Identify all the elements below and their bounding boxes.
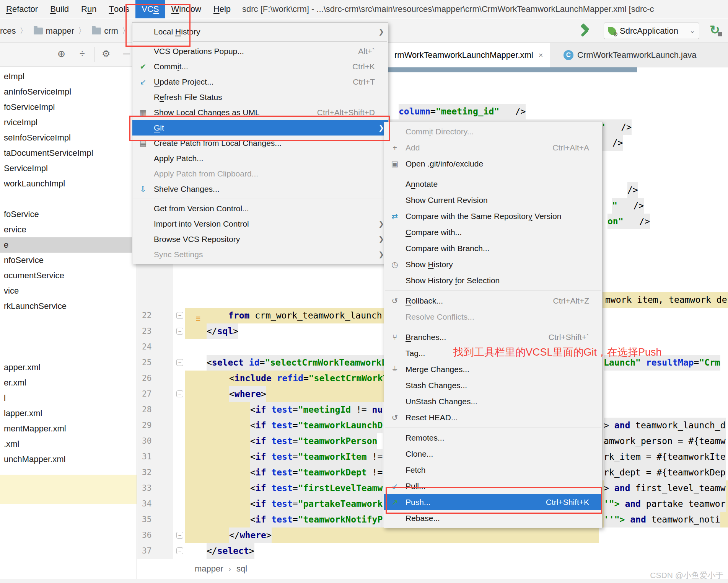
annotation-box-git: [129, 116, 390, 141]
annotation-box-push: [386, 487, 602, 514]
fold-marker[interactable]: −: [176, 328, 183, 335]
tree-item[interactable]: lapper.xml: [0, 406, 137, 421]
tree-item[interactable]: mentMapper.xml: [0, 421, 137, 436]
close-icon[interactable]: ×: [539, 51, 543, 60]
menu-item-branches[interactable]: ⑂Branches...Ctrl+Shift+`: [384, 329, 602, 345]
fold-marker[interactable]: −: [176, 547, 183, 554]
tree-item[interactable]: er.xml: [0, 375, 137, 390]
tree-item[interactable]: ervice: [0, 222, 137, 237]
menu-item-add: +AddCtrl+Alt+A: [384, 140, 602, 156]
tree-item[interactable]: foService: [0, 207, 137, 222]
submenu-arrow-icon: ❯: [378, 220, 384, 228]
tree-item[interactable]: ocumentService: [0, 268, 137, 283]
rollback-icon: ↺: [389, 296, 401, 305]
menubar-item-build[interactable]: Build: [44, 0, 75, 18]
ide-window: RefactorBuildRunToolsVCSWindowHelpsdrc […: [0, 0, 728, 583]
shortcut-label: Ctrl+K: [329, 62, 375, 71]
breadcrumb-mapper[interactable]: mapper: [195, 564, 223, 574]
editor-tab[interactable]: rmWorkTeamworkLaunchMapper.xml×: [388, 43, 550, 67]
tree-item[interactable]: eImpl: [0, 69, 137, 84]
tree-item[interactable]: ServiceImpl: [0, 161, 137, 176]
tree-highlight-block: [0, 475, 137, 504]
menu-item-reset-head[interactable]: ↺Reset HEAD...: [384, 410, 602, 426]
menu-item-fetch[interactable]: Fetch: [384, 462, 602, 478]
breadcrumb-sql[interactable]: sql: [236, 564, 247, 574]
shortcut-label: Ctrl+Alt+Z: [530, 296, 589, 305]
tree-item[interactable]: foServiceImpl: [0, 100, 137, 115]
rollback-icon: ↺: [389, 413, 401, 422]
menu-item-apply-patch[interactable]: Apply Patch...: [132, 151, 388, 166]
menu-item-get-from-version-control[interactable]: Get from Version Control...: [132, 201, 388, 216]
annotation-text: 找到工具栏里的VCSL里面的Git，在选择Push: [453, 345, 662, 359]
tree-item[interactable]: taDocumentServiceImpl: [0, 145, 137, 161]
branch-icon: ⑂: [389, 333, 401, 342]
menu-item-compare-with-branch[interactable]: Compare with Branch...: [384, 240, 602, 256]
shortcut-label: Ctrl+T: [330, 77, 375, 87]
breadcrumb-item[interactable]: mapper〉: [34, 26, 90, 36]
tree-item[interactable]: nfoService: [0, 253, 137, 268]
folder-icon: [92, 28, 101, 34]
hide-panel-icon[interactable]: ─: [123, 48, 130, 59]
menu-item-stash-changes[interactable]: Stash Changes...: [384, 377, 602, 394]
build-hammer-icon[interactable]: [578, 24, 592, 38]
tree-item[interactable]: unchMapper.xml: [0, 452, 137, 467]
menu-item-refresh-file-status[interactable]: Refresh File Status: [132, 90, 388, 105]
tree-item[interactable]: vice: [0, 283, 137, 299]
menu-item-clone[interactable]: Clone...: [384, 446, 602, 462]
menu-item-open-git-info-exclude[interactable]: ▣Open .git/info/exclude: [384, 156, 602, 172]
menubar-item-help[interactable]: Help: [207, 0, 237, 18]
menubar-item-run[interactable]: Run: [75, 0, 103, 18]
menu-item-merge-changes[interactable]: ⏚Merge Changes...: [384, 361, 602, 377]
gear-icon[interactable]: ⚙: [102, 48, 110, 59]
vcs-menu: Local History❯VCS Operations Popup...Alt…: [132, 22, 388, 264]
tree-item[interactable]: apper.xml: [0, 360, 137, 375]
menu-separator: [133, 199, 387, 199]
tree-item[interactable]: seInfoServiceImpl: [0, 130, 137, 145]
plus-icon: +: [389, 144, 401, 152]
file-x-icon: ▣: [389, 159, 401, 168]
tree-item[interactable]: .xml: [0, 436, 137, 452]
menu-item-rollback[interactable]: ↺Rollback...Ctrl+Alt+Z: [384, 293, 602, 309]
menu-item-show-history-for-selection[interactable]: Show History for Selection: [384, 273, 602, 289]
divider: [94, 47, 95, 62]
code-line-37: 37−</select>: [137, 543, 728, 559]
menu-item-unstash-changes[interactable]: UnStash Changes...: [384, 394, 602, 410]
tree-item[interactable]: e: [0, 237, 137, 253]
menu-item-browse-vcs-repository[interactable]: Browse VCS Repository❯: [132, 232, 388, 247]
menu-item-resolve-conflicts: Resolve Conflicts...: [384, 309, 602, 325]
annotation-box-vcs: [125, 4, 191, 47]
menu-item-shelve-changes[interactable]: ⇩Shelve Changes...: [132, 181, 388, 197]
menu-item-compare-with-the-same-repository-version[interactable]: ⇄Compare with the Same Repository Versio…: [384, 208, 602, 224]
submenu-arrow-icon: ❯: [378, 250, 384, 259]
collapse-all-icon[interactable]: ÷: [80, 48, 85, 59]
merge-icon: ⏚: [389, 365, 401, 374]
breadcrumb-item[interactable]: rces〉: [0, 26, 31, 36]
menu-separator: [385, 428, 601, 428]
locate-icon[interactable]: ⊕: [57, 48, 65, 59]
fold-marker[interactable]: −: [176, 390, 183, 397]
menu-item-update-project[interactable]: ↙Update Project...Ctrl+T: [132, 74, 388, 90]
tree-item[interactable]: anInfoServiceImpl: [0, 84, 137, 100]
menu-item-show-history[interactable]: ◷Show History: [384, 256, 602, 273]
tree-item[interactable]: workLaunchImpl: [0, 176, 137, 191]
status-bar: [0, 579, 728, 583]
menu-item-show-current-revision[interactable]: Show Current Revision: [384, 192, 602, 208]
tree-item[interactable]: rkLaunchService: [0, 299, 137, 314]
fold-marker[interactable]: −: [176, 312, 183, 319]
breadcrumb: rces〉mapper〉crm〉<>: [0, 19, 146, 43]
tree-item[interactable]: l: [0, 390, 137, 406]
tree-item[interactable]: rviceImpl: [0, 115, 137, 130]
editor-tab[interactable]: CCrmWorkTeamworkLaunch.java: [557, 43, 703, 67]
shortcut-label: Ctrl+Shift+`: [526, 333, 589, 342]
menu-item-remotes[interactable]: Remotes...: [384, 430, 602, 446]
menu-item-import-into-version-control[interactable]: Import into Version Control❯: [132, 216, 388, 232]
menu-item-compare-with[interactable]: Compare with...: [384, 224, 602, 240]
menu-item-annotate[interactable]: Annotate: [384, 176, 602, 192]
menu-item-commit[interactable]: ✔Commit...Ctrl+K: [132, 59, 388, 74]
run-configuration-select[interactable]: SdrcApplication ⌄: [604, 23, 699, 39]
menu-separator: [385, 291, 601, 291]
clock-icon: ◷: [389, 260, 401, 269]
rerun-button[interactable]: ↻: [710, 23, 720, 37]
menubar-item-refactor[interactable]: Refactor: [0, 0, 44, 18]
fold-marker[interactable]: −: [176, 532, 183, 539]
